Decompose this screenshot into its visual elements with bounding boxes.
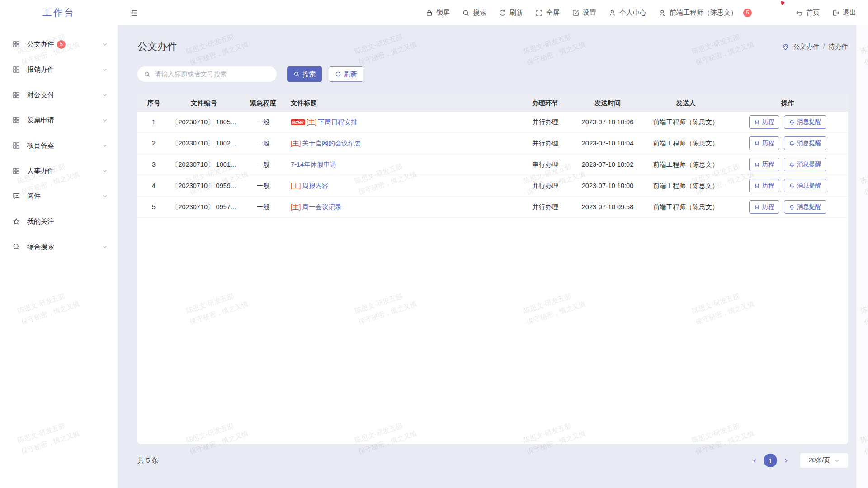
menu-fold-icon[interactable] (130, 9, 139, 17)
cell-stage: 并行办理 (520, 118, 571, 127)
cell-time: 2023-07-10 10:04 (571, 140, 645, 147)
sidebar-item-label: 我的关注 (27, 217, 54, 226)
sidebar-item-guanzhu[interactable]: 我的关注 (0, 209, 118, 234)
sidebar-item-yuejian[interactable]: 阅件 (0, 183, 118, 209)
page-head: 公文办件 公文办件 / 待办件 (137, 40, 848, 53)
cell-doc-no: 〔20230710〕 1002... (170, 139, 238, 148)
grid-icon (12, 66, 20, 74)
search-icon (12, 243, 20, 251)
search-input[interactable] (155, 70, 270, 78)
notify-button[interactable]: 消息提醒 (784, 179, 826, 192)
fullscreen-button[interactable]: 全屏 (535, 9, 560, 17)
heart-icon: ♥ (779, 0, 785, 7)
cell-urgency: 一般 (238, 203, 288, 211)
main-doc-tag: [主] (291, 182, 301, 190)
notify-button[interactable]: 消息提醒 (784, 200, 826, 214)
sidebar: 工作台 公文办件 5 报销办件 对公支付 发票申请 (0, 0, 118, 488)
sidebar-item-baoxiao[interactable]: 报销办件 (0, 57, 118, 82)
refresh-button[interactable]: 刷新 (499, 9, 523, 17)
breadcrumb-separator: / (823, 43, 825, 50)
table-row: 4 〔20230710〕 0959... 一般 [主] 周报内容 并行办理 20… (137, 175, 848, 197)
page-number[interactable]: 1 (764, 454, 777, 467)
cell-time: 2023-07-10 09:58 (571, 203, 645, 211)
user-badge-icon (659, 9, 666, 17)
search-box (137, 66, 277, 82)
grid-icon (12, 141, 20, 150)
sidebar-item-xiangmu[interactable]: 项目备案 (0, 133, 118, 158)
fullscreen-label: 全屏 (546, 9, 560, 17)
undo-arrow-icon (795, 9, 803, 17)
scrollbar-track[interactable] (856, 25, 868, 488)
search-icon (144, 71, 151, 78)
global-search-button[interactable]: 搜索 (462, 9, 486, 17)
home-label: 首页 (806, 9, 820, 17)
bell-icon (789, 204, 795, 210)
settings-label: 设置 (583, 9, 596, 17)
cell-actions: 历程 消息提醒 (727, 115, 848, 129)
bell-icon (789, 119, 795, 125)
sliders-icon (754, 119, 760, 125)
logout-button[interactable]: 退出 (832, 9, 856, 17)
sidebar-item-zongsou[interactable]: 综合搜索 (0, 234, 118, 259)
document-link[interactable]: 下周日程安排 (318, 118, 358, 127)
history-button[interactable]: 历程 (749, 158, 779, 171)
search-icon (293, 71, 300, 77)
cell-title: [主] 周报内容 (288, 182, 520, 190)
history-button-label: 历程 (762, 160, 774, 169)
history-button[interactable]: 历程 (749, 136, 779, 150)
document-link[interactable]: 周一会议记录 (302, 203, 342, 211)
main-doc-tag: [主] (291, 203, 301, 211)
next-page-button[interactable] (781, 456, 791, 465)
avatar[interactable]: ♥ (764, 3, 783, 22)
profile-center-button[interactable]: 个人中心 (609, 9, 646, 17)
cell-urgency: 一般 (238, 139, 288, 148)
prev-page-button[interactable] (750, 456, 760, 465)
sidebar-badge: 5 (57, 40, 66, 49)
chevron-down-icon (102, 244, 108, 249)
table-row: 5 〔20230710〕 0957... 一般 [主] 周一会议记录 并行办理 … (137, 197, 848, 218)
table-footer: 共 5 条 1 20条/页 (137, 453, 848, 468)
sidebar-item-renshi[interactable]: 人事办件 (0, 158, 118, 183)
history-button[interactable]: 历程 (749, 179, 779, 192)
bell-icon (789, 141, 795, 146)
table-row: 2 〔20230710〕 1002... 一般 [主] 关于官网的会议纪要 并行… (137, 133, 848, 154)
cell-stage: 并行办理 (520, 203, 571, 211)
refresh-label: 刷新 (509, 9, 523, 17)
refresh-list-button[interactable]: 刷新 (329, 66, 363, 82)
chevron-down-icon (102, 168, 108, 174)
sidebar-item-label: 对公支付 (27, 91, 54, 99)
sidebar-item-gongwen[interactable]: 公文办件 5 (0, 32, 118, 57)
sidebar-item-fapiao[interactable]: 发票申请 (0, 108, 118, 133)
breadcrumb-root[interactable]: 公文办件 (793, 42, 819, 51)
settings-button[interactable]: 设置 (572, 9, 596, 17)
column-header: 文件标题 (288, 99, 520, 108)
current-user[interactable]: 前端工程师（陈思文） 5 (659, 9, 752, 17)
cell-stage: 串行办理 (520, 160, 571, 169)
app-root: 工作台 公文办件 5 报销办件 对公支付 发票申请 (0, 0, 868, 488)
notify-button[interactable]: 消息提醒 (784, 115, 826, 129)
table-row: 1 〔20230710〕 1005... 一般 NEW! [主] 下周日程安排 … (137, 112, 848, 133)
edit-square-icon (572, 9, 580, 17)
document-link[interactable]: 7-14年休假申请 (291, 160, 337, 169)
home-button[interactable]: 首页 (795, 9, 820, 17)
refresh-icon (335, 71, 341, 77)
notify-button[interactable]: 消息提醒 (784, 158, 826, 171)
table-header: 序号 文件编号 紧急程度 文件标题 办理环节 发送时间 发送人 操作 (137, 94, 848, 112)
document-link[interactable]: 周报内容 (302, 182, 329, 190)
history-button-label: 历程 (762, 118, 774, 126)
comment-icon (12, 192, 20, 200)
page-size-select[interactable]: 20条/页 (800, 453, 848, 468)
notify-button[interactable]: 消息提醒 (784, 136, 826, 150)
cell-sender: 前端工程师（陈思文） (645, 182, 727, 190)
notify-button-label: 消息提醒 (797, 139, 821, 147)
lock-screen-button[interactable]: 锁屏 (425, 9, 450, 17)
cell-doc-no: 〔20230710〕 1005... (170, 118, 238, 127)
history-button[interactable]: 历程 (749, 115, 779, 129)
history-button[interactable]: 历程 (749, 200, 779, 214)
search-button[interactable]: 搜索 (287, 66, 322, 82)
grid-icon (12, 91, 20, 99)
sidebar-item-duigong[interactable]: 对公支付 (0, 82, 118, 108)
sidebar-item-label: 阅件 (27, 192, 41, 201)
document-link[interactable]: 关于官网的会议纪要 (302, 139, 362, 148)
cell-actions: 历程 消息提醒 (727, 200, 848, 214)
